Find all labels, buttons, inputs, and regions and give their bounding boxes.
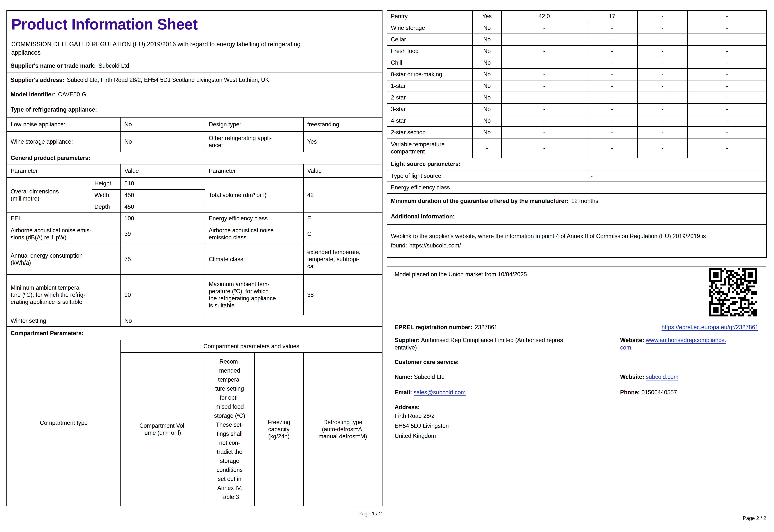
table-row: Minimum ambient tempera- ture (ºC), for …: [7, 275, 382, 315]
supplier-value: Authorised Rep Compliance Limited (Autho…: [395, 337, 563, 351]
table-cell: -: [637, 80, 688, 92]
care-name-row: Name: Subcold Ltd Website: subcold.com: [395, 373, 758, 381]
table-row: Model identifier:CAVE50-G: [7, 87, 382, 102]
table-cell: -: [637, 69, 688, 80]
table-row: Supplier's address:Subcold Ltd, Firth Ro…: [7, 73, 382, 87]
light-efficiency-value: -: [587, 182, 767, 193]
table-cell: -: [501, 103, 587, 115]
table-cell: -: [587, 45, 637, 57]
table-cell: No: [121, 117, 205, 132]
table-cell: No: [472, 103, 501, 115]
table-cell: -: [587, 69, 637, 80]
table-cell: No: [472, 92, 501, 103]
table-row: Overal dimensions (millimetre) Height 51…: [7, 177, 382, 189]
table-cell: -: [501, 92, 587, 103]
table-cell: -: [637, 22, 688, 34]
table-cell: -: [688, 138, 767, 158]
compartment-name: Pantry: [387, 10, 472, 22]
compartment-name: 2-star: [387, 92, 472, 103]
table-cell: -: [688, 115, 767, 127]
page1-footer: Page 1 / 2: [6, 511, 382, 517]
column-header: Value: [121, 164, 205, 177]
table-cell: No: [121, 132, 205, 152]
table-cell: E: [303, 213, 382, 224]
table-cell: 17: [587, 10, 637, 22]
light-source-heading: Light source parameters:: [387, 158, 767, 170]
table-row: Airborne acoustical noise emis- sions (d…: [7, 224, 382, 244]
light-source-type-value: -: [587, 170, 767, 182]
table-cell: -: [501, 115, 587, 127]
table-row: Parameter Value Parameter Value: [7, 164, 382, 177]
table-row: Compartment Parameters:: [7, 326, 382, 340]
table-row: Product Information Sheet COMMISSION DEL…: [7, 10, 382, 59]
compartment-heading: Compartment Parameters:: [7, 326, 382, 340]
email-link[interactable]: sales@subcold.com: [414, 389, 466, 396]
table-cell: No: [472, 22, 501, 34]
table-row: Light source parameters:: [387, 158, 767, 170]
guarantee-label: Minimum duration of the guarantee offere…: [391, 198, 569, 204]
eprel-link[interactable]: https://eprel.ec.europa.eu/qr/2327861: [662, 324, 758, 331]
supplier-name-row: Supplier's name or trade mark:Subcold Lt…: [7, 59, 382, 73]
compartment-name: 2-star section: [387, 127, 472, 138]
table-cell: -: [688, 103, 767, 115]
compartment-type-header: Compartment type: [7, 340, 121, 506]
table-row: 1-starNo----: [387, 80, 767, 92]
table-cell: -: [688, 127, 767, 138]
page1-table: Product Information Sheet COMMISSION DEL…: [6, 10, 382, 506]
table-cell: -: [501, 138, 587, 158]
light-source-type-label: Type of light source: [387, 170, 587, 182]
empty-cell: [205, 315, 382, 326]
table-cell: Low-noise appliance:: [7, 117, 121, 132]
table-cell: extended temperate, temperate, subtropi-…: [303, 244, 382, 275]
model-identifier-label: Model identifier:: [11, 91, 55, 98]
page-1: Product Information Sheet COMMISSION DEL…: [6, 10, 382, 506]
table-cell: 10: [121, 275, 205, 315]
table-cell: -: [688, 69, 767, 80]
care-phone: Phone: 01506440557: [620, 389, 758, 396]
table-cell: No: [472, 127, 501, 138]
table-row: Minimum duration of the guarantee offere…: [387, 193, 767, 209]
compartment-name: Variable temperature compartment: [387, 138, 472, 158]
phone-value: 01506440557: [641, 389, 677, 396]
table-cell: Height: [92, 177, 121, 189]
table-cell: -: [637, 45, 688, 57]
table-cell: -: [501, 45, 587, 57]
table-cell: -: [587, 92, 637, 103]
table-cell: -: [688, 57, 767, 69]
table-cell: -: [587, 80, 637, 92]
table-cell: -: [688, 34, 767, 45]
eprel-value: 2327861: [475, 324, 497, 330]
compartment-name: Cellar: [387, 34, 472, 45]
table-cell: Yes: [303, 132, 382, 152]
guarantee-row: Minimum duration of the guarantee offere…: [387, 193, 767, 209]
table-row: Weblink to the supplier's website, where…: [387, 224, 767, 257]
table-row: General product parameters:: [7, 152, 382, 164]
freezing-header: Freezing capacity (kg/24h): [254, 353, 303, 506]
general-heading: General product parameters:: [7, 152, 382, 164]
table-cell: C: [303, 224, 382, 244]
table-row: Additional information:: [387, 209, 767, 224]
care-website-link[interactable]: subcold.com: [646, 374, 678, 380]
table-row: Annual energy consumption (kWh/a) 75 Cli…: [7, 244, 382, 275]
table-cell: No: [472, 45, 501, 57]
table-cell: No: [472, 69, 501, 80]
table-cell: Annual energy consumption (kWh/a): [7, 244, 121, 275]
compartment-group-header: Compartment parameters and values: [121, 340, 382, 353]
table-cell: -: [587, 127, 637, 138]
table-cell: -: [587, 22, 637, 34]
table-row: Supplier's name or trade mark:Subcold Lt…: [7, 59, 382, 73]
table-cell: -: [637, 103, 688, 115]
light-efficiency-label: Energy efficiency class: [387, 182, 587, 193]
table-row: 2-star sectionNo----: [387, 127, 767, 138]
page2-table: PantryYes42,017-- Wine storageNo---- Cel…: [387, 10, 767, 258]
table-row: 0-star or ice-makingNo----: [387, 69, 767, 80]
table-cell: 42,0: [501, 10, 587, 22]
table-cell: -: [501, 22, 587, 34]
eprel-row: EPREL registration number:2327861 https:…: [395, 324, 758, 331]
supplier-website: Website: www.authorisedrepcompliance. co…: [620, 336, 758, 351]
table-row: Low-noise appliance: No Design type: fre…: [7, 117, 382, 132]
total-volume-value: 42: [303, 177, 382, 213]
table-cell: -: [501, 69, 587, 80]
address-lines: Firth Road 28/2 EH54 5DJ Livingston Unit…: [395, 411, 758, 441]
type-heading: Type of refrigerating appliance:: [7, 102, 382, 117]
